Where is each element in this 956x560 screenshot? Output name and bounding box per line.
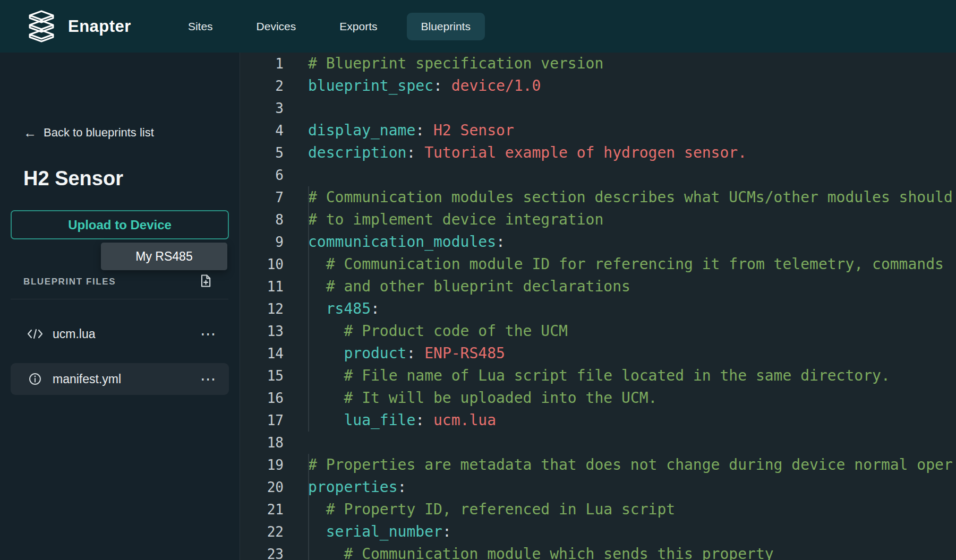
- code-line[interactable]: 11 # and other blueprint declarations: [241, 275, 956, 298]
- line-number: 8: [241, 209, 284, 231]
- line-number: 6: [241, 164, 284, 186]
- file-name: ucm.lua: [53, 327, 96, 341]
- code-line[interactable]: 2blueprint_spec: device/1.0: [241, 75, 956, 97]
- code-line[interactable]: 19# Properties are metadata that does no…: [241, 454, 956, 476]
- code-line[interactable]: 12 rs485:: [241, 298, 956, 320]
- enapter-logo-icon: [24, 10, 58, 44]
- code-line-content: lua_file: ucm.lua: [308, 409, 496, 432]
- code-line[interactable]: 22 serial_number:: [241, 521, 956, 543]
- file-plus-icon: [198, 273, 213, 290]
- line-number: 16: [241, 387, 284, 409]
- code-line-content: # File name of Lua script file located i…: [308, 365, 890, 387]
- code-line-content: # Blueprint specification version: [308, 53, 603, 75]
- nav-item-devices[interactable]: Devices: [242, 13, 311, 40]
- file-row-manifest-yml[interactable]: manifest.yml ⋯: [11, 363, 229, 395]
- blueprint-title: H2 Sensor: [23, 167, 123, 190]
- code-line[interactable]: 14 product: ENP-RS485: [241, 342, 956, 365]
- code-line[interactable]: 20properties:: [241, 476, 956, 498]
- line-number: 15: [241, 365, 284, 387]
- code-line[interactable]: 13 # Product code of the UCM: [241, 320, 956, 342]
- code-line-content: serial_number:: [308, 521, 451, 543]
- blueprint-files-header: BLUEPRINT FILES: [23, 277, 116, 287]
- code-line-content: # Property ID, referenced in Lua script: [308, 498, 675, 521]
- code-line[interactable]: 16 # It will be uploaded into the UCM.: [241, 387, 956, 409]
- line-number: 21: [241, 498, 284, 521]
- code-line[interactable]: 5description: Tutorial example of hydrog…: [241, 142, 956, 164]
- line-number: 20: [241, 476, 284, 498]
- file-row-ucm-lua[interactable]: ucm.lua ⋯: [11, 318, 229, 350]
- code-line-content: # Properties are metadata that does not …: [308, 454, 953, 476]
- nav-item-sites[interactable]: Sites: [174, 13, 227, 40]
- code-line[interactable]: 7# Communication modules section describ…: [241, 186, 956, 209]
- files-divider: [11, 299, 228, 299]
- code-line[interactable]: 9communication_modules:: [241, 231, 956, 253]
- code-line[interactable]: 18: [241, 432, 956, 454]
- line-number: 11: [241, 275, 284, 298]
- line-number: 4: [241, 119, 284, 142]
- blueprint-sidebar: ← Back to blueprints list H2 Sensor Uplo…: [0, 53, 240, 560]
- info-icon: [27, 372, 44, 386]
- code-line[interactable]: 15 # File name of Lua script file locate…: [241, 365, 956, 387]
- enapter-logo[interactable]: Enapter: [24, 10, 131, 44]
- nav-item-blueprints[interactable]: Blueprints: [407, 13, 485, 40]
- code-icon: [27, 328, 44, 340]
- back-arrow-icon: ←: [23, 127, 37, 139]
- back-to-blueprints-link[interactable]: ← Back to blueprints list: [23, 126, 154, 140]
- code-line[interactable]: 6: [241, 164, 956, 186]
- code-line[interactable]: 8# to implement device integration: [241, 209, 956, 231]
- code-line-content: description: Tutorial example of hydroge…: [308, 142, 747, 164]
- device-menu-item[interactable]: My RS485: [101, 243, 227, 270]
- line-number: 18: [241, 432, 284, 454]
- line-number: 19: [241, 454, 284, 476]
- code-lines: 1# Blueprint specification version2bluep…: [241, 53, 956, 560]
- code-line[interactable]: 17 lua_file: ucm.lua: [241, 409, 956, 432]
- code-line-content: # Product code of the UCM: [308, 320, 568, 342]
- back-link-label: Back to blueprints list: [44, 126, 154, 140]
- line-number: 10: [241, 253, 284, 275]
- line-number: 23: [241, 543, 284, 560]
- line-number: 17: [241, 409, 284, 432]
- code-line-content: properties:: [308, 476, 406, 498]
- code-line-content: # and other blueprint declarations: [308, 275, 630, 298]
- code-editor[interactable]: 1# Blueprint specification version2bluep…: [241, 53, 956, 560]
- code-line-content: rs485:: [308, 298, 380, 320]
- code-line-content: display_name: H2 Sensor: [308, 119, 514, 142]
- line-number: 13: [241, 320, 284, 342]
- code-line[interactable]: 4display_name: H2 Sensor: [241, 119, 956, 142]
- line-number: 3: [241, 97, 284, 119]
- nav-item-exports[interactable]: Exports: [325, 13, 391, 40]
- code-line-content: product: ENP-RS485: [308, 342, 505, 365]
- line-number: 7: [241, 186, 284, 209]
- code-line[interactable]: 10 # Communication module ID for referen…: [241, 253, 956, 275]
- code-line-content: # Communication modules section describe…: [308, 186, 953, 209]
- upload-to-device-button[interactable]: Upload to Device: [11, 210, 229, 239]
- main-nav: Sites Devices Exports Blueprints: [174, 13, 485, 40]
- code-line-content: # to implement device integration: [308, 209, 603, 231]
- line-number: 14: [241, 342, 284, 365]
- code-line-content: # Communication module ID for referencin…: [308, 253, 944, 275]
- brand-name[interactable]: Enapter: [68, 17, 131, 36]
- code-line[interactable]: 3: [241, 97, 956, 119]
- code-line-content: communication_modules:: [308, 231, 505, 253]
- code-line[interactable]: 1# Blueprint specification version: [241, 53, 956, 75]
- file-menu-button[interactable]: ⋯: [200, 326, 216, 342]
- code-line-content: blueprint_spec: device/1.0: [308, 75, 541, 97]
- code-line-content: # Communication module which sends this …: [308, 543, 774, 560]
- code-line[interactable]: 21 # Property ID, referenced in Lua scri…: [241, 498, 956, 521]
- file-menu-button[interactable]: ⋯: [200, 371, 216, 387]
- code-line[interactable]: 23 # Communication module which sends th…: [241, 543, 956, 560]
- line-number: 12: [241, 298, 284, 320]
- line-number: 5: [241, 142, 284, 164]
- file-name: manifest.yml: [53, 372, 121, 386]
- line-number: 1: [241, 53, 284, 75]
- top-nav-bar: Enapter Sites Devices Exports Blueprints: [0, 0, 956, 53]
- code-line-content: # It will be uploaded into the UCM.: [308, 387, 657, 409]
- line-number: 22: [241, 521, 284, 543]
- line-number: 2: [241, 75, 284, 97]
- add-file-button[interactable]: [196, 272, 215, 291]
- line-number: 9: [241, 231, 284, 253]
